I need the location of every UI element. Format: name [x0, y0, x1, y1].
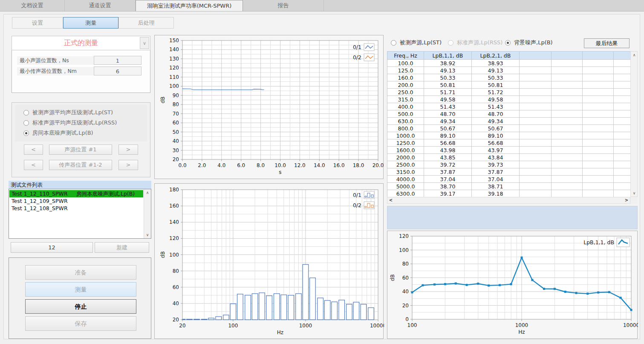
radio-source-lpst[interactable]: 被测声源,Lp(ST) — [391, 38, 442, 48]
table-cell — [614, 176, 631, 183]
stop-button[interactable]: 停止 — [25, 299, 136, 314]
mic-position-button[interactable]: 传声器位置 #1-2 — [49, 160, 112, 170]
table-cell: 100.0 — [387, 60, 424, 67]
next-mic-position-button[interactable]: > — [118, 160, 138, 170]
table-row[interactable]: 1250.056.6856.68 — [387, 139, 631, 147]
file-name: Test 1_12_108_SPWR — [12, 205, 76, 212]
svg-text:Hz: Hz — [518, 329, 525, 335]
table-row[interactable]: 1000.089.1089.10 — [387, 132, 631, 139]
new-file-button[interactable]: 新建 — [95, 242, 149, 253]
table-cell — [520, 176, 552, 183]
scroll-down-icon[interactable]: ∨ — [631, 190, 638, 197]
table-horizontal-scrollbar[interactable]: < > — [387, 197, 630, 204]
tab-channel-settings[interactable]: 通道设置 — [65, 0, 136, 11]
main-tab-bar: 文档设置通道设置混响室法测试声功率(MCR-SPWR)报告 — [0, 0, 644, 12]
tab-document-settings[interactable]: 文档设置 — [0, 0, 65, 11]
svg-text:10.0: 10.0 — [274, 162, 286, 168]
scrollbar[interactable]: ∧ ∨ — [144, 189, 151, 238]
table-row[interactable]: 800.050.6750.67 — [387, 125, 631, 132]
svg-text:100: 100 — [169, 252, 179, 258]
table-row[interactable]: 500.048.7048.70 — [387, 110, 631, 118]
min-mic-positions-value[interactable]: 6 — [94, 66, 142, 75]
table-cell — [552, 168, 583, 176]
radio-label: 房间本底噪声测试,Lp(B) — [32, 129, 93, 137]
table-cell — [614, 60, 631, 67]
table-cell: 38.70 — [424, 183, 472, 190]
table-row[interactable]: 4000.037.0437.04 — [387, 176, 631, 183]
prev-mic-position-button[interactable]: < — [24, 160, 43, 170]
svg-text:10000: 10000 — [623, 322, 638, 328]
last-result-button[interactable]: 最后结果 — [584, 38, 630, 48]
scroll-up-icon[interactable]: ∧ — [631, 52, 638, 58]
table-header-cell[interactable] — [552, 52, 583, 60]
subtab-postprocess[interactable]: 后处理 — [118, 17, 174, 29]
table-cell — [614, 147, 631, 154]
table-cell: 200.0 — [387, 81, 424, 89]
table-header-cell[interactable]: LpB,2,1, dB — [472, 52, 520, 60]
table-row[interactable]: 5000.038.7038.71 — [387, 183, 631, 190]
min-mic-positions-label: 最小传声器位置数，Nm — [17, 67, 95, 75]
source-position-button[interactable]: 声源位置 #1 — [49, 145, 112, 155]
results-table[interactable]: Freq., HzLpB,1,1, dBLpB,2,1, dB100.038.9… — [387, 51, 631, 197]
table-cell: 500.0 — [387, 110, 424, 118]
scroll-up-icon[interactable]: ∧ — [144, 189, 151, 196]
svg-text:12.0: 12.0 — [294, 162, 306, 168]
radio-lp-st[interactable]: 被测声源平均声压级测试,Lp(ST) — [15, 107, 147, 118]
table-cell — [583, 147, 614, 154]
table-row[interactable]: 250.051.7151.72 — [387, 89, 631, 96]
subtab-measure[interactable]: 测量 — [63, 17, 118, 29]
table-cell: 49.58 — [424, 96, 472, 103]
file-count-button[interactable]: 12 — [11, 242, 93, 253]
min-source-positions-value[interactable]: 1 — [94, 56, 142, 65]
scroll-right-icon[interactable]: > — [623, 197, 630, 203]
svg-text:16.0: 16.0 — [333, 162, 345, 168]
measurement-mode-select[interactable]: 正式的测量 ∨ — [12, 36, 150, 50]
chevron-down-icon[interactable]: ∨ — [140, 37, 149, 49]
table-row[interactable]: 400.051.4351.43 — [387, 103, 631, 110]
prev-source-position-button[interactable]: < — [24, 145, 43, 155]
table-row[interactable]: 2000.043.8543.84 — [387, 154, 631, 161]
svg-text:0/1: 0/1 — [353, 192, 361, 198]
prepare-button[interactable]: 准备 — [25, 265, 136, 280]
table-header-cell[interactable]: LpB,1,1, dB — [424, 52, 472, 60]
tab-report[interactable]: 报告 — [243, 0, 324, 11]
subtab-settings[interactable]: 设置 — [12, 17, 63, 29]
measure-button[interactable]: 测量 — [25, 282, 136, 297]
svg-text:1000: 1000 — [515, 322, 528, 328]
table-row[interactable]: 630.049.3449.34 — [387, 118, 631, 125]
table-cell — [520, 103, 552, 110]
table-header-cell[interactable]: Freq., Hz — [387, 52, 424, 60]
table-header-cell[interactable] — [583, 52, 614, 60]
table-row[interactable]: 200.050.8150.81 — [387, 81, 631, 89]
save-button[interactable]: 保存 — [25, 316, 136, 331]
scroll-left-icon[interactable]: < — [387, 197, 394, 203]
table-row[interactable]: 100.038.9238.93 — [387, 60, 631, 67]
table-row[interactable]: 3150.037.8737.87 — [387, 168, 631, 176]
table-row[interactable]: 1600.043.9843.97 — [387, 147, 631, 154]
radio-background-lpb[interactable]: 背景噪声,Lp(B) — [505, 38, 553, 48]
tab-mcr-spwr[interactable]: 混响室法测试声功率(MCR-SPWR) — [136, 0, 243, 11]
test-file-list[interactable]: Test 1_12_110_SPWR房间本底噪声测试,Lp(B)Test 1_1… — [9, 189, 151, 239]
result-display-radios: 被测声源,Lp(ST)标准声源,Lp(RSS)背景噪声,Lp(B) — [387, 38, 583, 48]
table-cell — [552, 154, 583, 161]
list-item[interactable]: Test 1_12_108_SPWR — [9, 205, 143, 212]
table-cell — [614, 125, 631, 132]
table-row[interactable]: 2500.039.7239.73 — [387, 161, 631, 168]
table-vertical-scrollbar[interactable]: ∧ ∨ — [630, 51, 638, 197]
list-item[interactable]: Test 1_12_109_SPWR — [9, 197, 143, 205]
table-header-cell[interactable] — [520, 52, 552, 60]
radio-lp-b[interactable]: 房间本底噪声测试,Lp(B) — [15, 128, 147, 138]
file-tag: 房间本底噪声测试,Lp(B) — [76, 191, 135, 197]
radio-lp-rss[interactable]: 标准声源平均声压级测试,Lp(RSS) — [15, 118, 147, 128]
table-header-cell[interactable] — [614, 52, 631, 60]
radio-standard-lprss[interactable]: 标准声源,Lp(RSS) — [448, 38, 502, 48]
table-row[interactable]: 160.050.3350.33 — [387, 74, 631, 81]
table-row[interactable]: 315.049.5849.58 — [387, 96, 631, 103]
list-item[interactable]: Test 1_12_110_SPWR房间本底噪声测试,Lp(B) — [9, 190, 143, 197]
scroll-down-icon[interactable]: ∨ — [144, 231, 151, 238]
svg-text:40: 40 — [173, 301, 179, 306]
radio-label: 被测声源,Lp(ST) — [400, 39, 442, 46]
table-row[interactable]: 125.049.1349.13 — [387, 67, 631, 74]
table-row[interactable]: 6300.039.1739.18 — [387, 190, 631, 197]
next-source-position-button[interactable]: > — [118, 145, 138, 155]
